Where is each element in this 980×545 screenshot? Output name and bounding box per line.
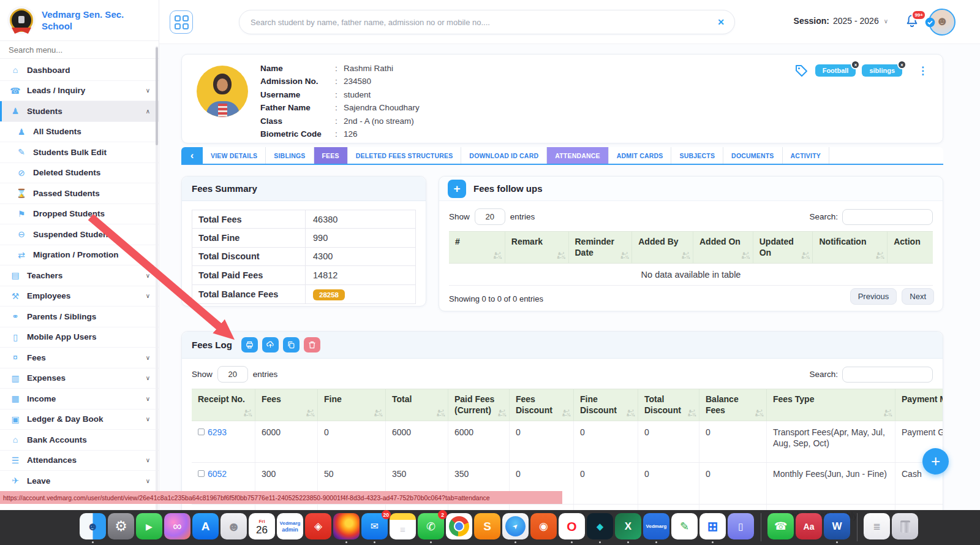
sidebar-item-migration-promotion[interactable]: ⇄Migration / Promotion [0, 245, 159, 266]
column-header[interactable]: Fees Typeâ–² â–¼ [767, 389, 895, 421]
sidebar-item-students-bulk-edit[interactable]: ✎Students Bulk Edit [0, 142, 159, 163]
follow-ups-page-size-input[interactable] [475, 208, 505, 225]
dictionary-icon[interactable]: Aa [796, 513, 822, 539]
sidebar-item-suspended-students[interactable]: ⊖Suspended Students [0, 224, 159, 245]
phone-icon[interactable]: ☎ [767, 513, 794, 539]
column-header[interactable]: Totalâ–² â–¼ [386, 389, 448, 421]
add-tag-icon[interactable] [794, 63, 809, 78]
follow-ups-search-input[interactable] [842, 209, 933, 225]
remove-tag-icon[interactable]: x [897, 60, 907, 69]
opera-icon[interactable]: O [559, 513, 585, 539]
tab-deleted-fees-structures[interactable]: DELETED FEES STRUCTURES [348, 147, 462, 164]
vedmarg-admin-icon[interactable]: Vedmargadmin [277, 513, 303, 539]
column-header[interactable]: Added Onâ–² â–¼ [693, 232, 753, 263]
safari-icon[interactable]: ➤ [502, 513, 529, 539]
tab-attendance[interactable]: ATTENDANCE [547, 147, 609, 164]
receipt-link[interactable]: 6052 [208, 468, 227, 479]
sidebar-item-mobile-app-users[interactable]: ▯Mobile App Users [0, 327, 159, 348]
column-header[interactable]: Fine Discountâ–² â–¼ [574, 389, 638, 421]
column-header[interactable]: Fineâ–² â–¼ [318, 389, 386, 421]
red-diamond-app-icon[interactable]: ◈ [305, 513, 331, 539]
add-follow-up-button[interactable]: + [448, 180, 466, 198]
tab-view-details[interactable]: VIEW DETAILS [203, 147, 266, 164]
firefox-icon[interactable] [333, 513, 360, 539]
textedit-icon[interactable]: ≣ [864, 513, 890, 539]
duckduckgo-icon[interactable]: ◉ [530, 513, 557, 539]
sidebar-item-income[interactable]: ▦Income∨ [0, 389, 159, 410]
whatsapp-icon[interactable]: ✆2 [418, 513, 444, 539]
remove-tag-icon[interactable]: x [851, 60, 860, 69]
contacts-icon[interactable]: ☻ [221, 513, 247, 539]
notes-icon[interactable]: ≡ [390, 513, 416, 539]
word-icon[interactable]: W [824, 513, 850, 539]
tab-activity[interactable]: ACTIVITY [783, 147, 829, 164]
fees-log-search-input[interactable] [842, 367, 933, 383]
sidebar-item-leave[interactable]: ✈Leave∨ [0, 471, 159, 492]
app-store-icon[interactable]: A [192, 513, 219, 539]
column-header[interactable]: Receipt No.â–² â–¼ [192, 389, 255, 421]
next-page-button[interactable]: Next [902, 288, 934, 305]
back-button[interactable]: ‹ [181, 147, 203, 164]
chrome-icon[interactable] [446, 513, 472, 539]
microsoft-app-icon[interactable]: ⊞ [699, 513, 726, 539]
upload-button[interactable] [262, 337, 279, 353]
green-pen-app-icon[interactable]: ✎ [671, 513, 698, 539]
column-header[interactable]: Remarkâ–² â–¼ [505, 232, 569, 263]
vedmarg-app-icon[interactable]: Vedmarg [643, 513, 669, 539]
sidebar-item-attendances[interactable]: ☰Attendances∨ [0, 451, 159, 471]
sidebar-item-leads-inquiry[interactable]: ☎Leads / Inquiry∨ [0, 81, 159, 102]
column-header[interactable]: Notificationâ–² â–¼ [813, 232, 888, 263]
sidebar-item-parents-siblings[interactable]: ⚭Parents / Siblings [0, 307, 159, 327]
sidebar-search[interactable] [0, 40, 159, 59]
notifications-bell-icon[interactable]: 99+ [904, 13, 921, 31]
sidebar-item-deleted-students[interactable]: ⊘Deleted Students [0, 163, 159, 184]
mail-icon[interactable]: ✉20 [361, 513, 388, 539]
sidebar-item-all-students[interactable]: ♟All Students [0, 122, 159, 143]
row-checkbox[interactable] [198, 470, 205, 477]
more-options-icon[interactable]: ⋮ [918, 64, 928, 77]
column-header[interactable]: Feesâ–² â–¼ [255, 389, 318, 421]
sidebar-item-employees[interactable]: ⚒Employees∨ [0, 286, 159, 307]
sidebar-item-students[interactable]: ♟Students∧ [0, 101, 159, 122]
column-header[interactable]: Updated Onâ–² â–¼ [753, 232, 813, 263]
sidebar-item-bank-accounts[interactable]: ⌂Bank Accounts [0, 430, 159, 451]
column-header[interactable]: Paid Fees (Current)â–² â–¼ [448, 389, 510, 421]
row-checkbox[interactable] [198, 429, 205, 435]
sidebar-scrollbar[interactable] [156, 46, 158, 543]
receipt-link[interactable]: 6293 [208, 427, 227, 438]
clear-search-icon[interactable]: ✕ [717, 17, 725, 27]
add-fees-fab[interactable]: + [922, 448, 949, 474]
column-header[interactable]: Payment Mode [895, 389, 943, 421]
trash-icon[interactable] [892, 513, 918, 539]
column-header[interactable]: Total Discountâ–² â–¼ [638, 389, 699, 421]
fees-log-page-size-input[interactable] [217, 366, 248, 383]
system-settings-icon[interactable]: ⚙ [108, 513, 134, 539]
student-search-input[interactable] [249, 17, 717, 28]
column-header[interactable]: Action [888, 232, 933, 263]
sidebar-item-fees[interactable]: ¤Fees∨ [0, 348, 159, 368]
copy-button[interactable] [283, 337, 300, 353]
column-header[interactable]: Reminder Dateâ–² â–¼ [569, 232, 633, 263]
tag-siblings[interactable]: siblingsx [862, 64, 902, 77]
facetime-icon[interactable]: ▶ [136, 513, 162, 539]
avatar[interactable] [929, 9, 956, 36]
tab-subjects[interactable]: SUBJECTS [671, 147, 723, 164]
tab-siblings[interactable]: SIBLINGS [266, 147, 314, 164]
school-brand[interactable]: Vedmarg Sen. Sec. School [0, 0, 159, 40]
sidebar-search-input[interactable] [7, 45, 151, 55]
sidebar-item-dropped-students[interactable]: ⚑Dropped Students [0, 204, 159, 225]
previous-page-button[interactable]: Previous [850, 288, 897, 305]
finder-icon[interactable]: ☻ [80, 513, 106, 539]
sidebar-item-passed-students[interactable]: ⌛Passed Students [0, 183, 159, 204]
excel-icon[interactable]: X [615, 513, 641, 539]
sidebar-item-teachers[interactable]: ▤Teachers∨ [0, 265, 159, 286]
column-header[interactable]: Balance Feesâ–² â–¼ [699, 389, 767, 421]
calendar-icon[interactable]: Fri26 [249, 513, 275, 539]
tab-download-id-card[interactable]: DOWNLOAD ID CARD [461, 147, 547, 164]
tag-football[interactable]: Footballx [815, 64, 856, 77]
filmora-icon[interactable]: ◆ [587, 513, 613, 539]
tab-admit-cards[interactable]: ADMIT CARDS [609, 147, 672, 164]
remote-app-icon[interactable]: ▯ [728, 513, 754, 539]
siri-icon[interactable]: ∞ [164, 513, 190, 539]
column-header[interactable]: Fees Discountâ–² â–¼ [510, 389, 574, 421]
